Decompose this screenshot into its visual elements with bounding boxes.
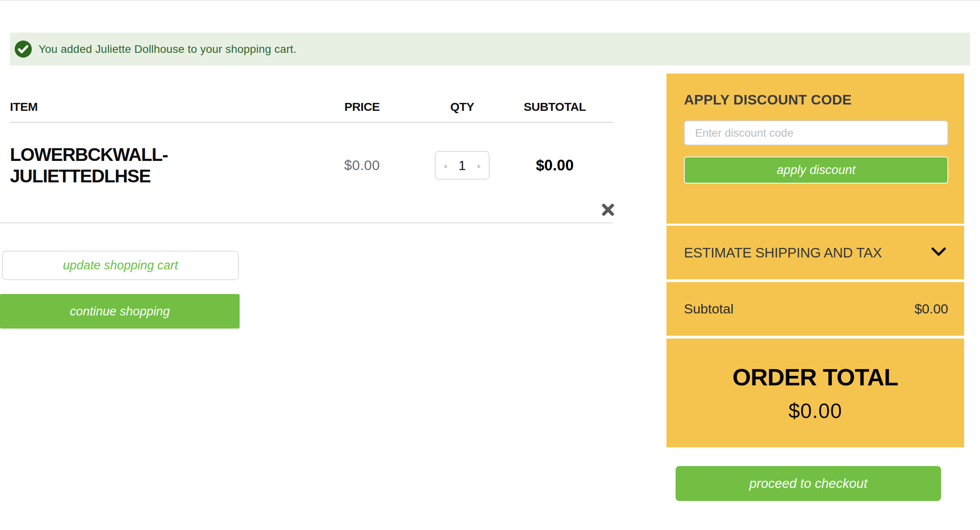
order-total-label: ORDER TOTAL bbox=[732, 364, 898, 391]
page-top-divider bbox=[0, 0, 980, 1]
column-header-subtotal: SUBTOTAL bbox=[496, 100, 613, 114]
estimate-shipping-title: ESTIMATE SHIPPING AND TAX bbox=[684, 245, 882, 261]
cart-item-name: LOWERBCKWALL-JULIETTEDLHSE bbox=[10, 144, 296, 187]
qty-value[interactable]: 1 bbox=[459, 158, 466, 173]
subtotal-value: $0.00 bbox=[914, 301, 948, 317]
cart-item-qty-cell: ▲ 1 ▲ bbox=[428, 151, 496, 180]
apply-discount-button[interactable]: apply discount bbox=[684, 157, 948, 184]
subtotal-row: Subtotal $0.00 bbox=[666, 282, 964, 336]
cart-item-subtotal: $0.00 bbox=[496, 157, 613, 174]
quantity-stepper[interactable]: ▲ 1 ▲ bbox=[435, 151, 490, 180]
discount-code-section: APPLY DISCOUNT CODE apply discount bbox=[666, 74, 964, 224]
column-header-item: ITEM bbox=[10, 100, 296, 114]
shopping-cart-page: You added Juliette Dollhouse to your sho… bbox=[0, 0, 980, 530]
cart-table-bottom-divider bbox=[0, 222, 613, 223]
success-banner-message: You added Juliette Dollhouse to your sho… bbox=[39, 43, 296, 56]
discount-section-title: APPLY DISCOUNT CODE bbox=[684, 92, 948, 108]
qty-decrease-icon[interactable]: ▲ bbox=[443, 162, 449, 168]
remove-item-button[interactable] bbox=[598, 200, 618, 220]
order-total-value: $0.00 bbox=[788, 399, 842, 423]
order-total-section: ORDER TOTAL $0.00 bbox=[666, 339, 964, 447]
discount-code-input[interactable] bbox=[684, 120, 948, 145]
success-banner: You added Juliette Dollhouse to your sho… bbox=[10, 33, 970, 66]
qty-increase-icon[interactable]: ▲ bbox=[476, 162, 482, 168]
chevron-down-icon[interactable] bbox=[931, 247, 946, 258]
cart-item-price: $0.00 bbox=[296, 157, 428, 173]
estimate-shipping-section[interactable]: ESTIMATE SHIPPING AND TAX bbox=[666, 226, 964, 279]
update-shopping-cart-button[interactable]: update shopping cart bbox=[2, 251, 239, 280]
cart-table-header: ITEM PRICE QTY SUBTOTAL bbox=[10, 91, 613, 123]
proceed-to-checkout-button[interactable]: proceed to checkout bbox=[676, 466, 941, 501]
success-check-icon bbox=[15, 41, 32, 58]
subtotal-label: Subtotal bbox=[684, 301, 734, 317]
column-header-qty: QTY bbox=[428, 100, 496, 114]
continue-shopping-button[interactable]: continue shopping bbox=[0, 294, 240, 329]
column-header-price: PRICE bbox=[296, 100, 428, 114]
cart-item-row: LOWERBCKWALL-JULIETTEDLHSE $0.00 ▲ 1 ▲ $… bbox=[10, 124, 613, 207]
close-icon bbox=[601, 203, 615, 218]
